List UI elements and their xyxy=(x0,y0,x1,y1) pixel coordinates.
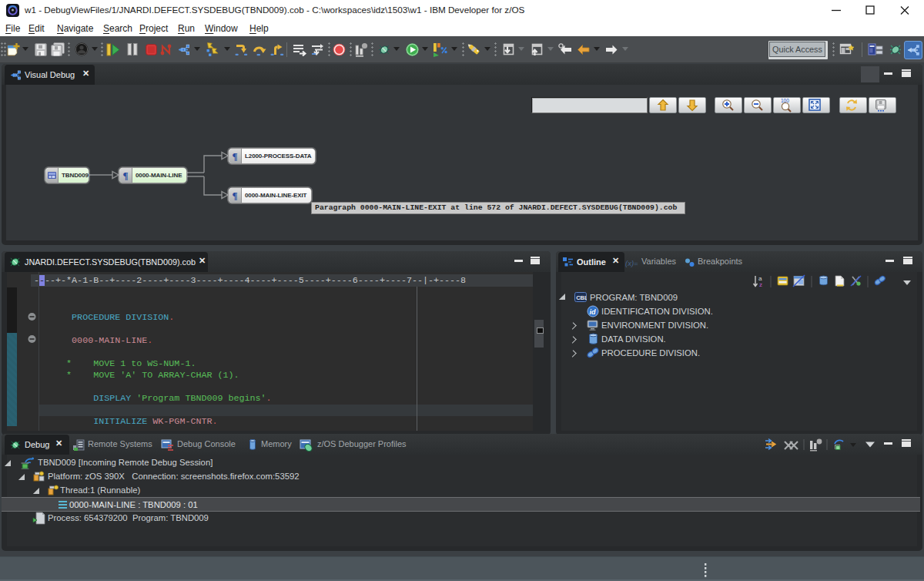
svg-text:CBL: CBL xyxy=(576,294,587,301)
svg-text:z: z xyxy=(759,281,762,288)
svg-text:id: id xyxy=(590,308,597,316)
svg-text:(x)=: (x)= xyxy=(625,259,638,267)
